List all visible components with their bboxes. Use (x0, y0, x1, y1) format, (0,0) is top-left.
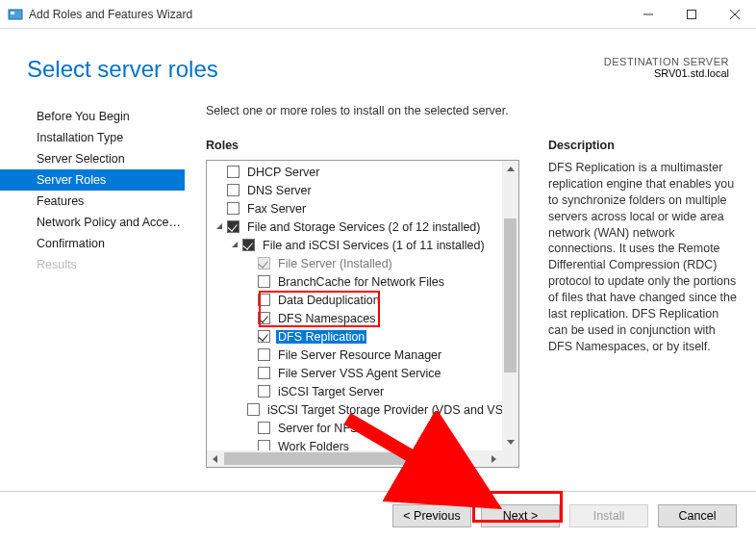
role-label[interactable]: File and Storage Services (2 of 12 insta… (245, 220, 483, 234)
role-checkbox[interactable] (227, 166, 239, 178)
role-row[interactable]: File Server (Installed) (207, 254, 502, 272)
nav-item-4[interactable]: Features (0, 191, 185, 212)
role-checkbox[interactable] (258, 440, 270, 450)
role-checkbox[interactable] (258, 367, 270, 379)
window-title: Add Roles and Features Wizard (29, 8, 626, 21)
expander-spacer (245, 295, 256, 305)
role-checkbox[interactable] (258, 422, 270, 434)
role-label[interactable]: DHCP Server (245, 166, 321, 179)
svg-marker-11 (491, 455, 496, 463)
scroll-up-icon[interactable] (502, 161, 518, 177)
footer: < Previous Next > Install Cancel (0, 491, 756, 539)
install-button: Install (569, 504, 648, 527)
role-row[interactable]: File Server Resource Manager (207, 346, 502, 364)
nav-item-0[interactable]: Before You Begin (0, 106, 185, 127)
role-checkbox[interactable] (227, 202, 239, 215)
role-checkbox[interactable] (227, 220, 239, 233)
nav-item-7: Results (0, 254, 185, 275)
close-button[interactable] (713, 0, 756, 28)
role-checkbox[interactable] (258, 294, 270, 306)
role-row[interactable]: DHCP Server (207, 163, 502, 181)
role-row[interactable]: Fax Server (207, 199, 502, 218)
role-label[interactable]: Server for NFS (276, 422, 360, 435)
role-row[interactable]: File Server VSS Agent Service (207, 364, 502, 382)
vertical-scroll-thumb[interactable] (504, 218, 517, 372)
role-label[interactable]: DFS Replication (276, 330, 366, 344)
role-row[interactable]: File and Storage Services (2 of 12 insta… (207, 218, 502, 236)
svg-marker-9 (507, 440, 515, 445)
role-checkbox (258, 257, 270, 270)
svg-marker-6 (216, 223, 222, 229)
role-row[interactable]: iSCSI Target Storage Provider (VDS and V… (207, 400, 502, 419)
instruction-text: Select one or more roles to install on t… (206, 104, 741, 117)
nav-item-5[interactable]: Network Policy and Acces... (0, 212, 185, 233)
svg-marker-8 (507, 167, 515, 171)
collapse-icon[interactable] (230, 240, 240, 250)
role-row[interactable]: Server for NFS (207, 419, 502, 437)
app-icon (8, 7, 23, 22)
nav-item-1[interactable]: Installation Type (0, 127, 185, 148)
role-checkbox[interactable] (242, 239, 255, 251)
header: Select server roles DESTINATION SERVER S… (0, 29, 756, 100)
role-label[interactable]: DNS Server (245, 184, 314, 197)
role-row[interactable]: DFS Namespaces (207, 309, 502, 327)
role-label[interactable]: Work Folders (276, 440, 351, 451)
scroll-corner (502, 450, 518, 467)
role-row[interactable]: DFS Replication (207, 327, 502, 346)
previous-button[interactable]: < Previous (392, 504, 471, 527)
role-checkbox[interactable] (258, 348, 270, 361)
role-checkbox[interactable] (247, 403, 260, 416)
role-label[interactable]: BranchCache for Network Files (276, 275, 446, 289)
expander-spacer (214, 167, 225, 177)
maximize-button[interactable] (669, 0, 713, 28)
description-text: DFS Replication is a multimaster replica… (548, 160, 741, 355)
expander-spacer (245, 441, 256, 450)
roles-listbox[interactable]: DHCP ServerDNS ServerFax ServerFile and … (206, 160, 519, 468)
role-row[interactable]: Data Deduplication (207, 291, 502, 309)
role-label[interactable]: Data Deduplication (276, 294, 382, 307)
expander-spacer (245, 349, 256, 360)
role-label[interactable]: iSCSI Target Server (276, 385, 386, 398)
role-checkbox[interactable] (258, 275, 270, 288)
role-label[interactable]: DFS Namespaces (276, 312, 377, 325)
role-checkbox[interactable] (258, 312, 270, 324)
expander-spacer (214, 185, 225, 195)
role-row[interactable]: DNS Server (207, 181, 502, 199)
expander-spacer (245, 313, 256, 323)
cancel-button[interactable]: Cancel (658, 504, 737, 527)
svg-marker-10 (213, 455, 217, 463)
role-checkbox[interactable] (258, 385, 270, 398)
scroll-right-icon[interactable] (486, 450, 502, 467)
role-label[interactable]: Fax Server (245, 202, 308, 216)
description-heading: Description (548, 139, 741, 152)
vertical-scrollbar[interactable] (502, 161, 518, 450)
role-row[interactable]: BranchCache for Network Files (207, 272, 502, 291)
role-checkbox[interactable] (258, 330, 270, 343)
role-row[interactable]: Work Folders (207, 437, 502, 450)
collapse-icon[interactable] (214, 221, 225, 232)
role-label[interactable]: File Server (Installed) (276, 257, 394, 270)
roles-heading: Roles (206, 139, 519, 152)
destination-label: DESTINATION SERVER (604, 56, 729, 67)
role-label[interactable]: File and iSCSI Services (1 of 11 install… (261, 239, 487, 252)
horizontal-scrollbar[interactable] (207, 450, 502, 467)
expander-spacer (245, 331, 256, 342)
role-row[interactable]: File and iSCSI Services (1 of 11 install… (207, 236, 502, 254)
nav-item-2[interactable]: Server Selection (0, 148, 185, 169)
nav-item-6[interactable]: Confirmation (0, 233, 185, 254)
minimize-button[interactable] (626, 0, 669, 28)
role-checkbox[interactable] (227, 184, 239, 196)
svg-marker-7 (232, 242, 238, 247)
svg-rect-3 (687, 10, 695, 18)
next-button[interactable]: Next > (481, 504, 560, 527)
role-label[interactable]: iSCSI Target Storage Provider (VDS and V… (265, 403, 502, 417)
role-label[interactable]: File Server VSS Agent Service (276, 367, 443, 380)
scroll-down-icon[interactable] (502, 434, 518, 450)
horizontal-scroll-thumb[interactable] (224, 452, 436, 465)
destination-value: SRV01.std.local (604, 67, 729, 79)
scroll-left-icon[interactable] (207, 450, 223, 467)
expander-spacer (214, 203, 225, 214)
nav-item-3[interactable]: Server Roles (0, 169, 185, 191)
role-row[interactable]: iSCSI Target Server (207, 382, 502, 400)
role-label[interactable]: File Server Resource Manager (276, 348, 443, 362)
